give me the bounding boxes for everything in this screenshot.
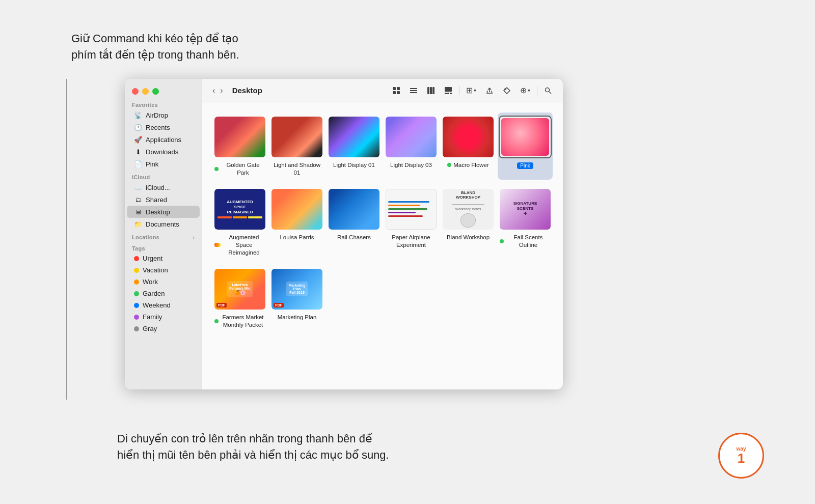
- tag-button[interactable]: [500, 85, 513, 96]
- sidebar-item-gray[interactable]: Gray: [127, 323, 200, 334]
- file-name-marketing: Marketing Plan: [278, 314, 317, 321]
- sidebar-item-desktop[interactable]: 🖥 Desktop: [127, 206, 200, 218]
- desktop-icon: 🖥: [134, 208, 142, 216]
- file-item-bland[interactable]: BLANDWORKSHOP —————————Workshop notes Bl…: [441, 185, 496, 260]
- file-item-light-display-03[interactable]: Light Display 03: [384, 113, 439, 180]
- file-item-light-shadow[interactable]: Light and Shadow 01: [269, 113, 324, 180]
- close-button[interactable]: [132, 88, 139, 95]
- file-item-rail-chasers[interactable]: Rail Chasers: [327, 185, 382, 260]
- pdf-badge-marketing: PDF: [274, 303, 284, 307]
- file-item-augmented[interactable]: AUGMENTEDSPICEREIMAGINED Augmented Space…: [212, 185, 267, 260]
- file-grid: Golden Gate Park Light and Shadow 01 Lig…: [202, 102, 563, 389]
- list-view-button[interactable]: [407, 85, 420, 96]
- file-item-farmers[interactable]: LakeParkFarmers Mkt🍊🌸 PDF Farmers Market…: [212, 265, 267, 332]
- svg-rect-5: [410, 90, 417, 91]
- group-chevron-icon: ▾: [474, 88, 476, 93]
- sidebar-item-pink-label: Pink: [146, 160, 158, 168]
- fall-scents-dot: [500, 239, 504, 243]
- file-thumb-light-shadow: [271, 117, 322, 157]
- file-name-golden-gate: Golden Gate Park: [221, 161, 265, 177]
- svg-point-16: [546, 88, 550, 92]
- svg-rect-1: [397, 87, 400, 90]
- garden-dot: [134, 291, 139, 296]
- sidebar-item-urgent[interactable]: Urgent: [127, 253, 200, 264]
- locations-label: Locations: [132, 234, 159, 240]
- file-name-rail-chasers: Rail Chasers: [337, 234, 371, 241]
- share-button[interactable]: [483, 85, 496, 96]
- svg-rect-6: [410, 92, 417, 93]
- svg-rect-0: [393, 87, 396, 90]
- nav-buttons: ‹ ›: [210, 85, 225, 96]
- file-thumb-paper: [386, 189, 437, 230]
- tooltip-top: Giữ Command khi kéo tệp để tạo phím tắt …: [71, 31, 239, 63]
- group-icon: ⊞: [466, 86, 473, 95]
- svg-rect-7: [427, 87, 429, 94]
- favorites-section-label: Favorites: [125, 98, 202, 109]
- search-button[interactable]: [541, 85, 555, 96]
- sidebar-item-airdrop[interactable]: 📡 AirDrop: [127, 109, 200, 121]
- sidebar-item-weekend[interactable]: Weekend: [127, 299, 200, 311]
- svg-rect-9: [432, 87, 434, 94]
- doc-icon: 📄: [134, 160, 142, 168]
- toolbar-icons: ⊞ ▾ ⊕ ▾: [390, 84, 555, 97]
- sidebar-item-work[interactable]: Work: [127, 276, 200, 288]
- sidebar-item-applications[interactable]: 🚀 Applications: [127, 133, 200, 146]
- gray-dot: [134, 326, 139, 331]
- file-item-marketing[interactable]: MarketingPlanFall 2019 PDF Marketing Pla…: [269, 265, 324, 332]
- icon-view-button[interactable]: [390, 85, 403, 96]
- sidebar-item-vacation-label: Vacation: [143, 266, 168, 274]
- applications-icon: 🚀: [134, 135, 142, 144]
- sidebar-item-desktop-label: Desktop: [146, 208, 170, 216]
- vacation-dot: [134, 268, 139, 273]
- back-button[interactable]: ‹: [210, 85, 217, 96]
- sidebar-item-pink[interactable]: 📄 Pink: [127, 158, 200, 170]
- sidebar-item-downloads[interactable]: ⬇ Downloads: [127, 146, 200, 158]
- group-button[interactable]: ⊞ ▾: [464, 84, 479, 97]
- finder-window: Favorites 📡 AirDrop 🕐 Recents 🚀 Applicat…: [125, 79, 563, 389]
- file-item-light-display-01[interactable]: Light Display 01: [327, 113, 382, 180]
- file-item-pink[interactable]: Pink: [498, 113, 553, 180]
- file-thumb-light-display-01: [329, 117, 379, 157]
- sidebar-item-work-label: Work: [143, 278, 158, 286]
- tag-dot-macro: [447, 163, 451, 167]
- gallery-view-button[interactable]: [442, 85, 455, 96]
- file-name-louisa: Louisa Parris: [280, 234, 314, 241]
- weekend-dot: [134, 303, 139, 308]
- sidebar-item-shared[interactable]: 🗂 Shared: [127, 193, 200, 206]
- svg-rect-10: [445, 87, 452, 92]
- locations-chevron-icon[interactable]: ›: [193, 234, 195, 240]
- ellipsis-icon: ⊕: [520, 86, 527, 95]
- tag-dot-golden: [214, 167, 219, 171]
- file-thumb-marketing: MarketingPlanFall 2019 PDF: [271, 269, 322, 310]
- sidebar-item-icloud[interactable]: ☁️ iCloud...: [127, 181, 200, 193]
- airdrop-icon: 📡: [134, 111, 142, 119]
- file-item-fall-scents[interactable]: SIGNATURESCENTS✦ Fall Scents Outline: [498, 185, 553, 260]
- file-name-farmers: Farmers Market Monthly Packet: [221, 314, 265, 329]
- file-thumb-farmers: LakeParkFarmers Mkt🍊🌸 PDF: [214, 269, 265, 310]
- sidebar-item-documents[interactable]: 📁 Documents: [127, 218, 200, 230]
- toolbar: ‹ › Desktop ⊞: [202, 79, 563, 102]
- locations-section: Locations ›: [125, 230, 202, 241]
- maximize-button[interactable]: [152, 88, 159, 95]
- minimize-button[interactable]: [142, 88, 149, 95]
- sidebar-item-gray-label: Gray: [143, 325, 157, 332]
- column-view-button[interactable]: [424, 85, 438, 96]
- downloads-icon: ⬇: [134, 148, 142, 156]
- file-item-louisa[interactable]: Louisa Parris: [269, 185, 324, 260]
- sidebar-item-garden[interactable]: Garden: [127, 288, 200, 299]
- aug-rainbow-icon: [214, 243, 221, 247]
- sidebar-item-icloud-label: iCloud...: [146, 184, 170, 191]
- path-title: Desktop: [232, 86, 262, 95]
- file-item-paper[interactable]: Paper Airplane Experiment: [384, 185, 439, 260]
- more-button[interactable]: ⊕ ▾: [518, 84, 533, 97]
- sidebar-item-family[interactable]: Family: [127, 311, 200, 323]
- sidebar-item-urgent-label: Urgent: [143, 255, 162, 262]
- traffic-lights: [132, 88, 192, 95]
- file-name-bland: Bland Workshop: [447, 234, 490, 241]
- file-item-macro-flower[interactable]: Macro Flower: [441, 113, 496, 180]
- svg-rect-8: [430, 87, 432, 94]
- file-item-golden-gate[interactable]: Golden Gate Park: [212, 113, 267, 180]
- sidebar-item-vacation[interactable]: Vacation: [127, 264, 200, 276]
- sidebar-item-recents[interactable]: 🕐 Recents: [127, 121, 200, 133]
- forward-button[interactable]: ›: [218, 85, 225, 96]
